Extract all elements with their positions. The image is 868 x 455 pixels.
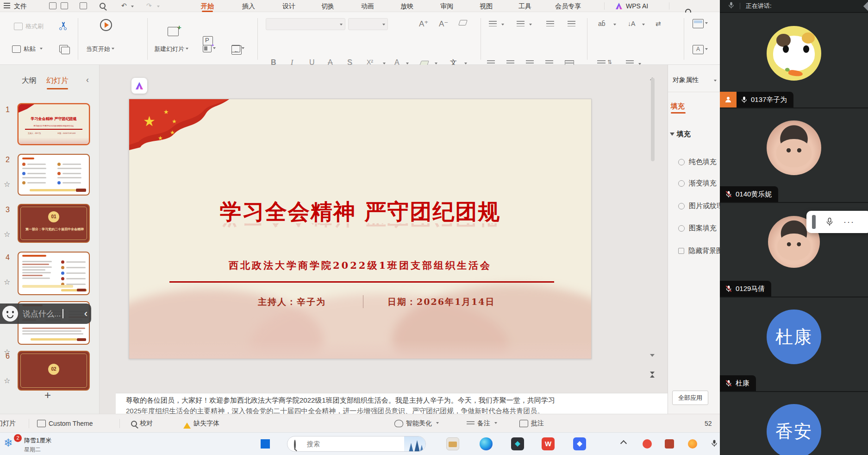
tray-icon-red[interactable] <box>643 439 652 449</box>
font-size-select[interactable] <box>348 18 388 30</box>
increase-indent-icon[interactable] <box>568 21 575 27</box>
fill-option-picture[interactable]: 图片或纹理填充 <box>678 202 720 210</box>
new-slide-icon[interactable]: ++ <box>168 27 179 36</box>
tab-member[interactable]: 会员专享 <box>555 1 581 11</box>
tab-wps-ai[interactable]: WPS AI <box>626 1 648 11</box>
hamburger-icon[interactable] <box>4 3 10 8</box>
slide-thumbnail-2[interactable] <box>18 154 90 196</box>
new-slide-button[interactable]: 新建幻灯片 <box>154 45 188 53</box>
find-icon[interactable] <box>100 3 106 9</box>
font-name-select[interactable] <box>266 18 345 30</box>
tab-outline[interactable]: 大纲 <box>22 76 37 86</box>
custom-theme-button[interactable]: Custom Theme <box>37 414 93 433</box>
tab-home[interactable]: 开始 <box>201 1 214 11</box>
text-direction-icon[interactable]: ab̄ <box>598 20 606 27</box>
tab-transition[interactable]: 切换 <box>321 1 334 11</box>
tray-mic-icon[interactable] <box>711 439 718 449</box>
slide-host[interactable]: 主持人：辛子为 <box>258 296 326 308</box>
volume-slider[interactable] <box>812 215 816 229</box>
taskbar-app-wps[interactable]: W <box>542 437 555 450</box>
convert-smartart-icon[interactable]: ⇄ <box>656 20 661 27</box>
scroll-down-arrow[interactable] <box>650 357 655 365</box>
panel-title[interactable]: 对象属性 <box>673 76 699 84</box>
tab-insert[interactable]: 插入 <box>242 1 255 11</box>
participant-tile[interactable]: 杜康 杜康 <box>720 297 868 391</box>
weather-title[interactable]: 降雪1厘米 <box>24 436 51 445</box>
popup-mic-icon[interactable] <box>826 218 833 226</box>
decrease-font-icon[interactable]: A⁻ <box>439 19 448 29</box>
more-options-icon[interactable]: ··· <box>843 217 855 227</box>
notes-toggle-button[interactable]: 备注 <box>467 414 497 433</box>
collapse-panel-icon[interactable]: ‹ <box>86 75 89 85</box>
tab-view[interactable]: 视图 <box>480 1 493 11</box>
participant-tile[interactable]: 0137辛子为 <box>720 13 868 107</box>
editing-canvas[interactable]: ★ ★ ★ ★ ★ 学习全会精神 严守团纪团规 学习全会精神 严守团纪团规 西北… <box>100 65 668 414</box>
slide-thumbnail-3[interactable]: 01 第一部分：学习党的二十届四中全会精神 <box>18 204 90 243</box>
tab-fill[interactable]: 填充 <box>671 102 685 111</box>
speaker-notes[interactable]: 尊敬的各位团员，大家好！欢迎参加西北政法大学商学院2022级1班团支部组织生活会… <box>116 393 668 414</box>
fill-option-solid[interactable]: 纯色填充 <box>678 158 717 166</box>
slide-canvas[interactable]: ★ ★ ★ ★ ★ 学习全会精神 严守团纪团规 学习全会精神 严守团纪团规 西北… <box>129 99 592 359</box>
taskbar-app-folder[interactable] <box>446 437 459 450</box>
shape-style-button[interactable] <box>693 19 708 28</box>
fill-option-gradient[interactable]: 渐变填充 <box>678 179 717 188</box>
copy-icon[interactable] <box>59 45 68 52</box>
tab-review[interactable]: 审阅 <box>440 1 453 11</box>
tab-slides[interactable]: 幻灯片 <box>46 76 69 86</box>
redo-icon[interactable]: ↷ <box>146 2 152 9</box>
chat-input-placeholder[interactable]: 说点什么... <box>23 309 61 319</box>
proofread-button[interactable]: 校对 <box>131 414 153 433</box>
numbered-list-icon[interactable] <box>517 21 525 27</box>
slide-subtitle[interactable]: 西北政法大学商学院2022级1班团支部组织生活会 <box>129 259 591 272</box>
reset-button[interactable] <box>231 45 244 52</box>
save-icon[interactable] <box>49 2 56 9</box>
sort-text-icon[interactable]: ↓A <box>628 20 635 27</box>
tray-icon-orange[interactable] <box>688 439 697 449</box>
slide-date[interactable]: 日期：2026年1月14日 <box>387 296 495 308</box>
start-from-page-button[interactable]: 当页开始 <box>86 45 114 53</box>
slide-thumbnail-6[interactable]: 02 <box>18 351 90 391</box>
text-style-button[interactable]: A <box>693 45 708 54</box>
tab-design[interactable]: 设计 <box>282 1 295 11</box>
meeting-chat-bar[interactable]: 说点什么... ‹ <box>0 303 91 324</box>
tab-tools[interactable]: 工具 <box>518 1 531 11</box>
apply-all-button[interactable]: 全部应用 <box>672 391 708 405</box>
missing-fonts-warning[interactable]: 缺失字体 <box>183 414 219 433</box>
paste-button[interactable]: 粘贴 <box>12 45 43 53</box>
menu-file[interactable]: 文件 <box>14 1 27 11</box>
participant-tile[interactable]: 0140黄乐妮 <box>720 108 868 202</box>
chat-collapse-icon[interactable]: ‹ <box>84 308 87 320</box>
fill-section-header[interactable]: 填充 <box>670 130 691 139</box>
scroll-up-arrow[interactable] <box>650 70 655 78</box>
layout-button[interactable] <box>203 45 216 52</box>
next-slide-button[interactable] <box>650 374 655 383</box>
hide-background-checkbox[interactable]: 隐藏背景图形 <box>678 246 720 255</box>
ai-slide-icon[interactable]: P <box>203 36 213 45</box>
participant-tile[interactable]: 香安 <box>720 392 868 455</box>
output-icon[interactable] <box>61 2 68 9</box>
weather-snow-icon[interactable]: ❄ <box>4 436 13 449</box>
slide-thumbnail-4[interactable] <box>18 252 90 295</box>
play-from-page-icon[interactable] <box>100 19 112 31</box>
cut-icon[interactable] <box>59 22 68 30</box>
slide-thumbnail-1[interactable]: 学习全会精神 严守团纪团规 西北政法大学商学院2022级1班团支部组织生活会 主… <box>18 103 90 145</box>
comments-button[interactable]: 批注 <box>519 414 544 433</box>
decrease-indent-icon[interactable] <box>546 21 554 27</box>
format-painter-button[interactable]: 格式刷 <box>14 22 44 31</box>
tray-expand-chevron[interactable] <box>620 440 627 447</box>
emoji-icon[interactable] <box>2 306 18 322</box>
wps-ai-floating-button[interactable] <box>131 78 147 94</box>
smart-beautify-button[interactable]: 智能美化 <box>394 414 439 433</box>
scrollbar-thumb[interactable] <box>651 78 655 161</box>
tab-animation[interactable]: 动画 <box>361 1 374 11</box>
print-icon[interactable] <box>80 2 87 9</box>
tab-slideshow[interactable]: 放映 <box>400 1 413 11</box>
add-slide-button[interactable]: + <box>41 390 55 401</box>
bullet-list-icon[interactable] <box>489 21 497 27</box>
increase-font-icon[interactable]: A⁺ <box>419 19 428 29</box>
taskbar-app-edge[interactable] <box>480 437 493 450</box>
mic-volume-popup[interactable]: ··· <box>806 211 868 233</box>
tray-icon-maroon[interactable] <box>665 439 674 449</box>
taskbar-app-meeting[interactable] <box>573 437 586 450</box>
fill-option-pattern[interactable]: 图案填充 <box>678 224 717 233</box>
